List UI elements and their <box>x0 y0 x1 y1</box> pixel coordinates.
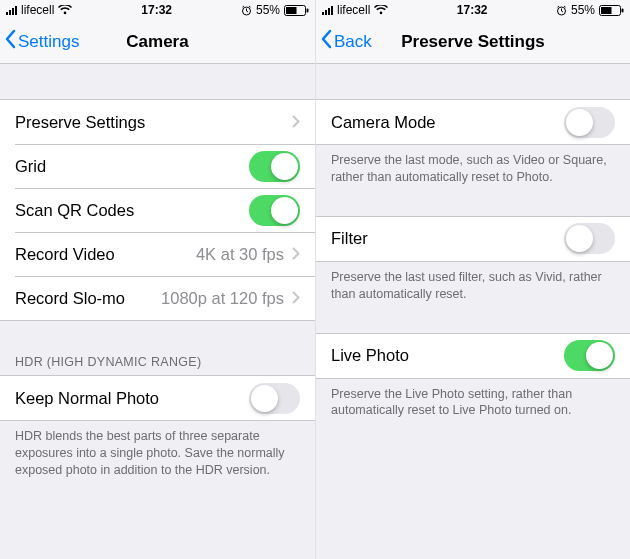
row-camera-mode: Camera Mode <box>316 100 630 144</box>
row-record-slomo[interactable]: Record Slo-mo 1080p at 120 fps <box>0 276 315 320</box>
row-detail: 4K at 30 fps <box>196 245 284 264</box>
row-label: Scan QR Codes <box>15 201 249 220</box>
battery-icon <box>284 5 309 16</box>
row-label: Keep Normal Photo <box>15 389 249 408</box>
status-bar: lifecell 17:32 55% <box>0 0 315 20</box>
svg-rect-3 <box>307 8 309 12</box>
row-preserve-settings[interactable]: Preserve Settings <box>0 100 315 144</box>
toggle-keep-normal-photo[interactable] <box>249 383 300 414</box>
carrier-label: lifecell <box>337 3 370 17</box>
wifi-icon <box>374 5 388 15</box>
toggle-scan-qr[interactable] <box>249 195 300 226</box>
phone-left: lifecell 17:32 55% Sett <box>0 0 315 559</box>
row-label: Live Photo <box>331 346 564 365</box>
back-label: Back <box>334 32 372 52</box>
carrier-label: lifecell <box>21 3 54 17</box>
back-label: Settings <box>18 32 79 52</box>
camera-mode-group: Camera Mode <box>316 99 630 145</box>
back-button[interactable]: Settings <box>0 29 79 54</box>
row-detail: 1080p at 120 fps <box>161 289 284 308</box>
section-header-hdr: HDR (HIGH DYNAMIC RANGE) <box>0 349 315 375</box>
chevron-left-icon <box>4 29 16 54</box>
svg-rect-7 <box>622 8 624 12</box>
alarm-icon <box>241 5 252 16</box>
filter-group: Filter <box>316 216 630 262</box>
battery-pct-label: 55% <box>256 3 280 17</box>
status-bar: lifecell 17:32 55% <box>316 0 630 20</box>
row-live-photo: Live Photo <box>316 334 630 378</box>
battery-pct-label: 55% <box>571 3 595 17</box>
signal-icon <box>322 5 333 15</box>
row-label: Camera Mode <box>331 113 564 132</box>
chevron-right-icon <box>292 112 300 133</box>
toggle-filter[interactable] <box>564 223 615 254</box>
row-label: Record Video <box>15 245 196 264</box>
nav-bar: Settings Camera <box>0 20 315 64</box>
row-label: Filter <box>331 229 564 248</box>
row-scan-qr: Scan QR Codes <box>0 188 315 232</box>
row-record-video[interactable]: Record Video 4K at 30 fps <box>0 232 315 276</box>
nav-bar: Back Preserve Settings <box>316 20 630 64</box>
alarm-icon <box>556 5 567 16</box>
section-footer-camera-mode: Preserve the last mode, such as Video or… <box>316 145 630 196</box>
toggle-grid[interactable] <box>249 151 300 182</box>
row-label: Record Slo-mo <box>15 289 161 308</box>
clock-label: 17:32 <box>457 3 488 17</box>
wifi-icon <box>58 5 72 15</box>
back-button[interactable]: Back <box>316 29 372 54</box>
phone-right: lifecell 17:32 55% Back <box>315 0 630 559</box>
row-label: Grid <box>15 157 249 176</box>
svg-rect-6 <box>601 7 612 14</box>
clock-label: 17:32 <box>141 3 172 17</box>
svg-rect-2 <box>286 7 297 14</box>
chevron-right-icon <box>292 244 300 265</box>
battery-icon <box>599 5 624 16</box>
section-footer-filter: Preserve the last used filter, such as V… <box>316 262 630 313</box>
signal-icon <box>6 5 17 15</box>
row-label: Preserve Settings <box>15 113 292 132</box>
section-footer-hdr: HDR blends the best parts of three separ… <box>0 421 315 489</box>
live-photo-group: Live Photo <box>316 333 630 379</box>
chevron-right-icon <box>292 288 300 309</box>
toggle-camera-mode[interactable] <box>564 107 615 138</box>
section-footer-live-photo: Preserve the Live Photo setting, rather … <box>316 379 630 430</box>
chevron-left-icon <box>320 29 332 54</box>
row-filter: Filter <box>316 217 630 261</box>
toggle-live-photo[interactable] <box>564 340 615 371</box>
row-grid: Grid <box>0 144 315 188</box>
hdr-group: Keep Normal Photo <box>0 375 315 421</box>
row-keep-normal-photo: Keep Normal Photo <box>0 376 315 420</box>
settings-group: Preserve Settings Grid Scan QR Codes Rec… <box>0 99 315 321</box>
